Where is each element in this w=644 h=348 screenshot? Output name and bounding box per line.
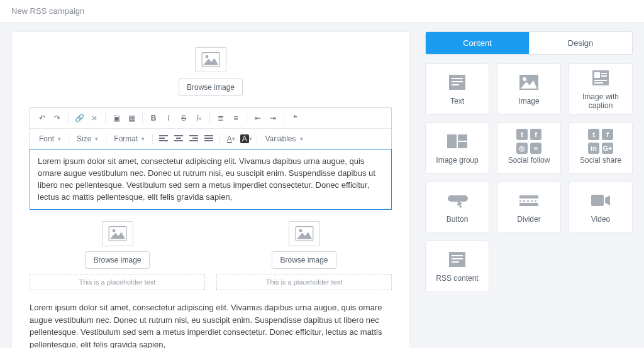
divider-icon <box>518 191 540 210</box>
text-icon <box>447 73 468 92</box>
image-placeholder-icon <box>102 221 133 246</box>
tile-label: Text <box>450 97 464 106</box>
tile-label: Image with caption <box>572 92 630 110</box>
toolbar-row-1: ↶ ↷ 🔗 ⤫ ▣ ▦ B I S Ix ≣ ≡ <box>30 108 391 129</box>
tile-social-follow[interactable]: tf ◎≡ Social follow <box>497 122 561 174</box>
col-left: Browse image This is a placeholder text <box>30 221 205 290</box>
svg-rect-14 <box>601 73 607 74</box>
image-block-top: Browse image <box>30 47 392 96</box>
paragraph-text[interactable]: Lorem ipsum dolor sit amet, consectetur … <box>30 302 392 348</box>
svg-rect-8 <box>452 81 463 82</box>
tile-label: Social share <box>580 156 621 165</box>
tile-video[interactable]: Video <box>569 182 633 233</box>
font-select[interactable]: Font▾ <box>35 133 65 144</box>
rich-text-editor: ↶ ↷ 🔗 ⤫ ▣ ▦ B I S Ix ≣ ≡ <box>30 107 392 210</box>
tile-image-caption[interactable]: Image with caption <box>569 63 633 115</box>
tab-content[interactable]: Content <box>426 32 529 54</box>
svg-rect-25 <box>591 195 604 206</box>
tile-divider[interactable]: Divider <box>497 182 561 233</box>
tile-label: RSS content <box>436 274 478 283</box>
tile-image[interactable]: Image <box>497 63 561 115</box>
svg-rect-29 <box>452 261 459 263</box>
image-caption-icon <box>590 68 611 87</box>
tile-button[interactable]: Button <box>425 182 489 233</box>
svg-rect-13 <box>594 72 600 78</box>
italic-icon[interactable]: I <box>162 112 175 124</box>
page-title: New RSS campaign <box>0 0 644 23</box>
image-icon <box>518 73 540 92</box>
svg-point-1 <box>206 55 209 58</box>
social-follow-icon: tf ◎≡ <box>518 132 540 151</box>
svg-rect-7 <box>452 78 463 79</box>
redo-icon[interactable]: ↷ <box>50 112 64 124</box>
tile-label: Button <box>447 215 469 224</box>
bullet-list-icon[interactable]: ≣ <box>214 112 228 124</box>
align-justify-icon[interactable] <box>202 133 216 145</box>
content-blocks-grid: Text Image Image with caption Image grou… <box>425 63 633 292</box>
placeholder-text[interactable]: This is a placeholder text <box>216 274 392 290</box>
svg-rect-19 <box>458 134 467 141</box>
clear-format-icon[interactable]: Ix <box>192 112 206 124</box>
strike-icon[interactable]: S <box>177 112 191 124</box>
placeholder-text[interactable]: This is a placeholder text <box>30 274 205 290</box>
svg-rect-27 <box>452 255 463 256</box>
align-right-icon[interactable] <box>187 133 201 145</box>
svg-rect-22 <box>519 195 538 198</box>
align-left-icon[interactable] <box>157 133 170 145</box>
image-placeholder-icon <box>289 221 320 246</box>
rte-body[interactable]: Lorem ipsum dolor sit amet, consectetur … <box>30 149 392 210</box>
table-icon[interactable]: ▦ <box>125 112 138 124</box>
numbered-list-icon[interactable]: ≡ <box>229 112 243 124</box>
svg-point-11 <box>523 77 526 81</box>
format-select[interactable]: Format▾ <box>110 133 148 144</box>
video-icon <box>590 191 611 210</box>
variables-select[interactable]: Variables▾ <box>261 133 306 144</box>
tile-label: Social follow <box>508 156 550 165</box>
rss-icon <box>447 250 468 269</box>
align-center-icon[interactable] <box>172 133 186 145</box>
browse-image-button[interactable]: Browse image <box>179 79 243 96</box>
tile-label: Image group <box>436 156 478 165</box>
bold-icon[interactable]: B <box>147 112 160 124</box>
image-icon[interactable]: ▣ <box>109 112 123 124</box>
svg-rect-21 <box>448 195 468 202</box>
editor-canvas: Browse image ↶ ↷ 🔗 ⤫ ▣ ▦ B I S Ix <box>11 31 410 348</box>
svg-rect-18 <box>447 134 457 148</box>
svg-point-3 <box>112 229 115 232</box>
tile-label: Video <box>591 215 610 224</box>
two-column-images: Browse image This is a placeholder text … <box>30 221 392 290</box>
svg-rect-20 <box>458 142 467 148</box>
link-icon[interactable]: 🔗 <box>72 112 86 124</box>
browse-image-button[interactable]: Browse image <box>85 251 149 269</box>
image-placeholder-icon <box>195 47 226 72</box>
tile-image-group[interactable]: Image group <box>425 122 489 174</box>
outdent-icon[interactable]: ⇤ <box>251 112 265 124</box>
tile-text[interactable]: Text <box>425 63 489 115</box>
svg-rect-15 <box>601 75 607 77</box>
tab-design[interactable]: Design <box>529 32 632 54</box>
social-share-icon: tf inG+ <box>590 132 611 151</box>
image-group-icon <box>447 132 468 151</box>
col-right: Browse image This is a placeholder text <box>216 221 392 290</box>
toolbar-row-2: Font▾ Size▾ Format▾ A▾ A▾ Variables▾ <box>30 129 391 150</box>
svg-point-5 <box>299 229 302 232</box>
svg-rect-9 <box>452 84 459 85</box>
text-color-icon[interactable]: A▾ <box>224 133 238 145</box>
sidebar-tabs: Content Design <box>425 31 633 55</box>
svg-rect-17 <box>594 82 603 84</box>
svg-rect-28 <box>452 258 463 259</box>
bg-color-icon[interactable]: A▾ <box>239 133 253 145</box>
quote-icon[interactable]: ❝ <box>288 112 302 124</box>
svg-rect-16 <box>594 80 607 81</box>
button-icon <box>447 191 468 210</box>
tile-social-share[interactable]: tf inG+ Social share <box>569 122 633 174</box>
indent-icon[interactable]: ⇥ <box>266 112 280 124</box>
tile-rss[interactable]: RSS content <box>425 241 489 292</box>
tile-label: Divider <box>517 215 540 224</box>
svg-rect-24 <box>519 203 538 206</box>
undo-icon[interactable]: ↶ <box>35 112 49 124</box>
unlink-icon[interactable]: ⤫ <box>87 112 101 124</box>
browse-image-button[interactable]: Browse image <box>272 251 336 269</box>
tile-label: Image <box>518 97 539 106</box>
size-select[interactable]: Size▾ <box>73 133 102 144</box>
